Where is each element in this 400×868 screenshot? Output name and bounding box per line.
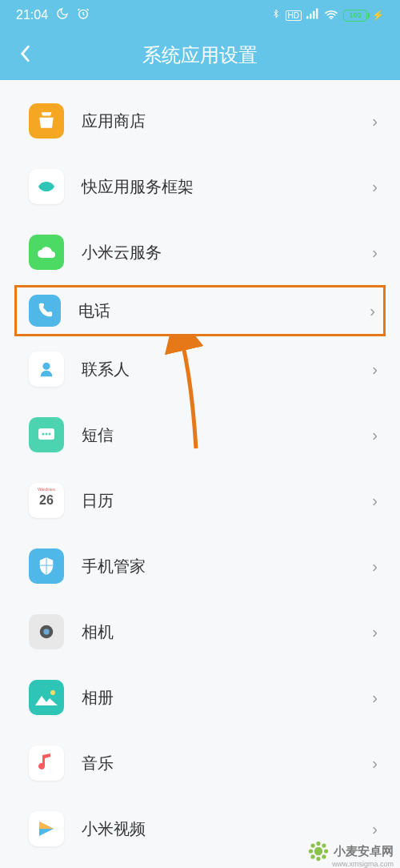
mi-video-icon [29, 811, 64, 846]
hd-icon: HD [286, 10, 302, 21]
app-store-icon [29, 103, 64, 139]
svg-point-9 [46, 433, 48, 436]
watermark-url: www.xmsigma.com [332, 860, 394, 868]
header: 系统应用设置 [0, 30, 400, 80]
item-mi-cloud[interactable]: 小米云服务 › [0, 219, 400, 285]
chevron-right-icon: › [372, 557, 378, 576]
svg-point-22 [322, 854, 326, 858]
svg-point-16 [316, 857, 320, 861]
svg-point-8 [42, 433, 45, 436]
item-quick-apps[interactable]: 快应用服务框架 › [0, 154, 400, 219]
watermark: 小麦安卓网 www.xmsigma.com [308, 841, 394, 862]
svg-point-18 [324, 849, 328, 853]
chevron-right-icon: › [372, 820, 378, 838]
status-bar: 21:04 HD 100 ⚡ [0, 0, 400, 30]
svg-rect-3 [313, 11, 314, 19]
chevron-right-icon: › [372, 360, 378, 379]
status-time: 21:04 [16, 8, 48, 22]
calendar-icon: Wednes 26 [29, 483, 64, 518]
item-label: 短信 [82, 424, 372, 446]
item-label: 相册 [82, 687, 372, 709]
signal-icon [306, 8, 319, 22]
svg-point-5 [330, 18, 332, 19]
chevron-right-icon: › [372, 689, 378, 707]
battery-level: 100 [349, 11, 361, 19]
mi-cloud-icon [29, 235, 64, 270]
gallery-icon [29, 680, 64, 715]
app-list: 应用商店 › 快应用服务框架 › 小米云服务 › 电话 › 联系人 › 短信 [0, 80, 400, 862]
chevron-right-icon: › [372, 426, 378, 444]
bluetooth-icon [271, 7, 281, 23]
svg-point-6 [42, 363, 50, 370]
item-music[interactable]: 音乐 › [0, 730, 400, 796]
item-label: 联系人 [82, 359, 372, 380]
item-contacts[interactable]: 联系人 › [0, 336, 400, 402]
svg-point-17 [309, 849, 313, 853]
item-phone[interactable]: 电话 › [14, 285, 386, 336]
chevron-right-icon: › [372, 623, 378, 641]
item-label: 应用商店 [82, 111, 372, 132]
item-label: 电话 [78, 300, 370, 322]
watermark-logo-icon [308, 841, 329, 862]
messages-icon [29, 417, 64, 452]
svg-point-10 [49, 433, 51, 436]
svg-point-12 [43, 629, 49, 634]
item-security[interactable]: 手机管家 › [0, 533, 400, 599]
svg-rect-4 [316, 9, 318, 19]
svg-point-14 [314, 847, 322, 855]
svg-point-20 [322, 843, 326, 847]
item-camera[interactable]: 相机 › [0, 599, 400, 665]
chevron-right-icon: › [372, 243, 378, 262]
battery-icon: 100 [343, 10, 367, 22]
chevron-right-icon: › [372, 754, 378, 773]
page-title: 系统应用设置 [16, 42, 384, 68]
svg-rect-1 [306, 16, 308, 18]
svg-point-15 [316, 842, 320, 846]
calendar-day: 26 [39, 493, 54, 508]
contacts-icon [29, 352, 64, 387]
chevron-right-icon: › [372, 178, 378, 196]
item-label: 快应用服务框架 [82, 176, 372, 198]
security-icon [29, 549, 64, 584]
quick-apps-icon [29, 169, 64, 204]
item-app-store[interactable]: 应用商店 › [0, 88, 400, 154]
item-label: 相机 [82, 621, 372, 643]
moon-icon [56, 7, 69, 23]
watermark-text: 小麦安卓网 [334, 844, 394, 859]
music-icon [29, 745, 64, 781]
alarm-icon [77, 7, 90, 23]
item-gallery[interactable]: 相册 › [0, 665, 400, 730]
chevron-right-icon: › [372, 492, 378, 510]
camera-icon [29, 614, 64, 649]
charging-icon: ⚡ [372, 10, 384, 21]
item-label: 小米视频 [82, 818, 372, 840]
status-left: 21:04 [16, 7, 90, 23]
item-calendar[interactable]: Wednes 26 日历 › [0, 468, 400, 533]
item-label: 音乐 [82, 753, 372, 774]
svg-rect-2 [310, 14, 311, 18]
status-right: HD 100 ⚡ [271, 7, 384, 23]
wifi-icon [324, 8, 338, 22]
item-label: 小米云服务 [82, 242, 372, 263]
item-label: 手机管家 [82, 556, 372, 577]
chevron-right-icon: › [370, 302, 375, 320]
item-label: 日历 [82, 490, 372, 512]
chevron-right-icon: › [372, 112, 378, 131]
svg-point-21 [310, 854, 314, 858]
svg-point-19 [310, 843, 314, 847]
item-messages[interactable]: 短信 › [0, 402, 400, 468]
back-button[interactable] [19, 43, 30, 68]
svg-point-13 [50, 690, 55, 695]
phone-icon [29, 295, 61, 327]
